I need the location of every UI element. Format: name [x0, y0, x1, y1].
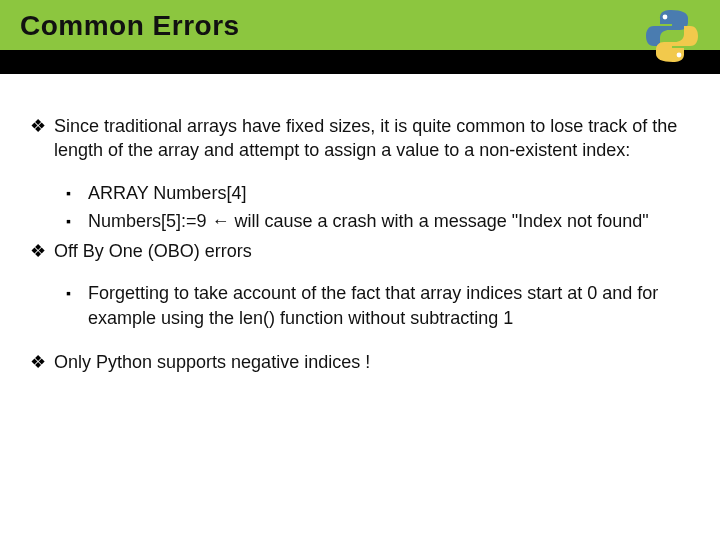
title-band: Common Errors: [0, 0, 720, 50]
sub-bullet-text: Numbers[5]:=9 ← will cause a crash with …: [88, 209, 690, 233]
square-bullet-icon: ▪: [66, 281, 88, 330]
sub-bullet-item: ▪ Numbers[5]:=9 ← will cause a crash wit…: [66, 209, 690, 233]
python-logo-icon: [642, 6, 702, 66]
sub-bullet-item: ▪ ARRAY Numbers[4]: [66, 181, 690, 205]
square-bullet-icon: ▪: [66, 209, 88, 233]
divider-band: [0, 50, 720, 74]
bullet-item: ❖ Only Python supports negative indices …: [30, 350, 690, 374]
svg-point-1: [677, 53, 682, 58]
diamond-bullet-icon: ❖: [30, 114, 54, 163]
slide-title: Common Errors: [20, 10, 700, 42]
diamond-bullet-icon: ❖: [30, 239, 54, 263]
svg-point-0: [663, 15, 668, 20]
sub-bullet-text: Forgetting to take account of the fact t…: [88, 281, 690, 330]
sub-bullet-item: ▪ Forgetting to take account of the fact…: [66, 281, 690, 330]
diamond-bullet-icon: ❖: [30, 350, 54, 374]
bullet-text: Since traditional arrays have fixed size…: [54, 114, 690, 163]
bullet-item: ❖ Since traditional arrays have fixed si…: [30, 114, 690, 163]
bullet-text: Off By One (OBO) errors: [54, 239, 690, 263]
bullet-text: Only Python supports negative indices !: [54, 350, 690, 374]
slide-body: ❖ Since traditional arrays have fixed si…: [0, 74, 720, 408]
sub-bullet-text: ARRAY Numbers[4]: [88, 181, 690, 205]
bullet-item: ❖ Off By One (OBO) errors: [30, 239, 690, 263]
square-bullet-icon: ▪: [66, 181, 88, 205]
